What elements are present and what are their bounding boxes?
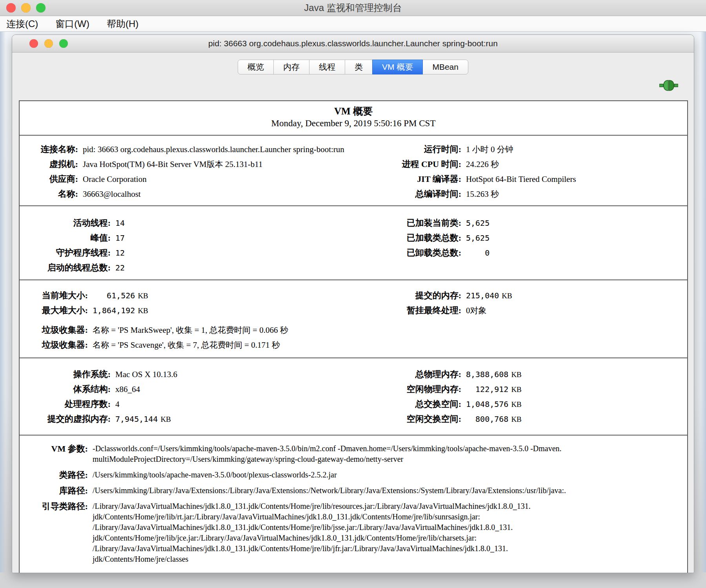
value: Java HotSpot(TM) 64-Bit Server VM版本 25.1…	[83, 159, 362, 170]
value: 1,048,576	[466, 399, 508, 409]
menu-connection[interactable]: 连接(C)	[6, 18, 38, 30]
connection-window-title: pid: 36663 org.codehaus.plexus.classworl…	[12, 35, 694, 52]
label: 空闲交换空间:	[367, 413, 461, 425]
label: 操作系统:	[23, 368, 111, 380]
unit: KB	[160, 415, 171, 423]
label: 总物理内存:	[367, 368, 461, 380]
value: 4	[115, 399, 362, 409]
section-garbage-collectors: 垃圾收集器: 名称 = 'PS MarkSweep', 收集 = 1, 总花费时…	[20, 318, 687, 358]
value: 8,388,608	[466, 370, 508, 379]
value: 0	[466, 248, 489, 258]
value: 1 小时 0 分钟	[466, 144, 684, 155]
label: 提交的内存:	[367, 290, 461, 301]
summary-timestamp: Monday, December 9, 2019 5:50:16 PM CST	[20, 118, 687, 129]
label: VM 参数:	[23, 443, 88, 454]
connection-window-body: 概览 内存 线程 类 VM 概要 MBean VM 概要	[12, 53, 694, 573]
app-title: Java 监视和管理控制台	[0, 0, 706, 16]
label: 体系结构:	[23, 383, 111, 395]
label: 提交的虚拟内存:	[23, 413, 111, 425]
connection-window-titlebar[interactable]: pid: 36663 org.codehaus.plexus.classworl…	[12, 35, 694, 53]
value: Mac OS X 10.13.6	[115, 370, 362, 379]
menu-help[interactable]: 帮助(H)	[107, 18, 138, 30]
value: 5,625	[466, 218, 489, 228]
value: 17	[115, 233, 125, 243]
section-connection: 连接名称: pid: 36663 org.codehaus.plexus.cla…	[20, 135, 687, 205]
label: 总交换空间:	[367, 398, 461, 410]
value: Oracle Corporation	[83, 174, 362, 184]
label: 已加载类总数:	[367, 232, 461, 244]
summary-header: VM 概要 Monday, December 9, 2019 5:50:16 P…	[20, 101, 687, 135]
label: 空闲物理内存:	[367, 383, 461, 395]
tab-vm-summary[interactable]: VM 概要	[372, 60, 423, 74]
label: 最大堆大小:	[23, 305, 88, 316]
value: 24.226 秒	[466, 159, 684, 170]
label: 名称:	[23, 188, 78, 200]
label: 类路径:	[23, 470, 88, 480]
tab-memory[interactable]: 内存	[273, 60, 309, 74]
label: 守护程序线程:	[23, 247, 111, 259]
value: HotSpot 64-Bit Tiered Compilers	[466, 174, 684, 184]
label: 供应商:	[23, 173, 78, 185]
label: 峰值:	[23, 232, 111, 244]
value: 800,768	[466, 414, 508, 424]
value: 122,912	[466, 385, 508, 394]
value: 1,864,192	[93, 306, 135, 315]
value: pid: 36663 org.codehaus.plexus.classworl…	[83, 145, 362, 154]
unit: KB	[511, 415, 521, 423]
value: 5,625	[466, 233, 489, 243]
unit: KB	[511, 370, 521, 379]
class-path-value: /Users/kimmking/tools/apache-maven-3.5.0…	[93, 470, 684, 480]
section-memory: 当前堆大小: 61,526KB 提交的内存: 215,040KB 最大堆大小: …	[20, 279, 687, 318]
value: 215,040	[466, 291, 499, 300]
tab-overview[interactable]: 概览	[238, 60, 274, 74]
section-vm-paths: VM 参数: -Dclassworlds.conf=/Users/kimmkin…	[20, 435, 687, 573]
tab-classes[interactable]: 类	[345, 60, 373, 74]
label: 垃圾收集器:	[23, 339, 88, 351]
label: 处理程序数:	[23, 398, 111, 410]
vm-summary-panel: VM 概要 Monday, December 9, 2019 5:50:16 P…	[19, 100, 688, 573]
label: 进程 CPU 时间:	[367, 158, 461, 170]
label: JIT 编译器:	[367, 173, 461, 185]
label: 当前堆大小:	[23, 290, 88, 301]
unit: KB	[502, 292, 512, 300]
unit: KB	[138, 292, 148, 300]
app-titlebar[interactable]: Java 监视和管理控制台	[0, 0, 706, 16]
menu-window[interactable]: 窗口(W)	[55, 18, 89, 30]
value: 7,945,144	[115, 414, 158, 424]
label: 总编译时间:	[367, 188, 461, 200]
value: 14	[115, 218, 125, 228]
value: 22	[115, 263, 125, 272]
value: 名称 = 'PS Scavenge', 收集 = 7, 总花费时间 = 0.17…	[93, 339, 684, 350]
label: 启动的线程总数:	[23, 262, 111, 274]
menu-bar: 连接(C) 窗口(W) 帮助(H)	[0, 16, 706, 32]
vm-arguments-value: -Dclassworlds.conf=/Users/kimmking/tools…	[93, 443, 684, 465]
tab-threads[interactable]: 线程	[309, 60, 345, 74]
value: 36663@localhost	[83, 189, 362, 199]
value: 0对象	[466, 305, 684, 316]
boot-class-path-value: /Library/Java/JavaVirtualMachines/jdk1.8…	[93, 501, 684, 564]
section-threads-classes: 活动线程: 14 已加装当前类: 5,625 峰值: 17 已加载类总数: 5,…	[20, 205, 687, 279]
tab-mbean[interactable]: MBean	[422, 60, 468, 74]
section-operating-system: 操作系统: Mac OS X 10.13.6 总物理内存: 8,388,608K…	[20, 358, 687, 435]
desktop-pane: pid: 36663 org.codehaus.plexus.classworl…	[0, 32, 706, 588]
label: 暂挂最终处理:	[367, 305, 461, 316]
label: 虚拟机:	[23, 158, 78, 170]
label: 引导类路径:	[23, 501, 88, 512]
label: 垃圾收集器:	[23, 324, 88, 336]
unit: KB	[511, 400, 521, 408]
label: 库路径:	[23, 485, 88, 496]
unit: KB	[138, 307, 148, 315]
value: 15.263 秒	[466, 189, 684, 200]
summary-title: VM 概要	[20, 105, 687, 118]
connection-window: pid: 36663 org.codehaus.plexus.classworl…	[12, 34, 694, 573]
tab-bar: 概览 内存 线程 类 VM 概要 MBean	[12, 60, 694, 74]
library-path-value: /Users/kimmking/Library/Java/Extensions:…	[93, 485, 684, 496]
label: 运行时间:	[367, 143, 461, 155]
label: 已卸载类总数:	[367, 247, 461, 259]
value: 名称 = 'PS MarkSweep', 收集 = 1, 总花费时间 = 0.0…	[93, 325, 684, 336]
label: 活动线程:	[23, 217, 111, 229]
label: 连接名称:	[23, 143, 78, 155]
value: 12	[115, 248, 125, 258]
value: 61,526	[93, 291, 135, 300]
value: x86_64	[115, 385, 362, 394]
